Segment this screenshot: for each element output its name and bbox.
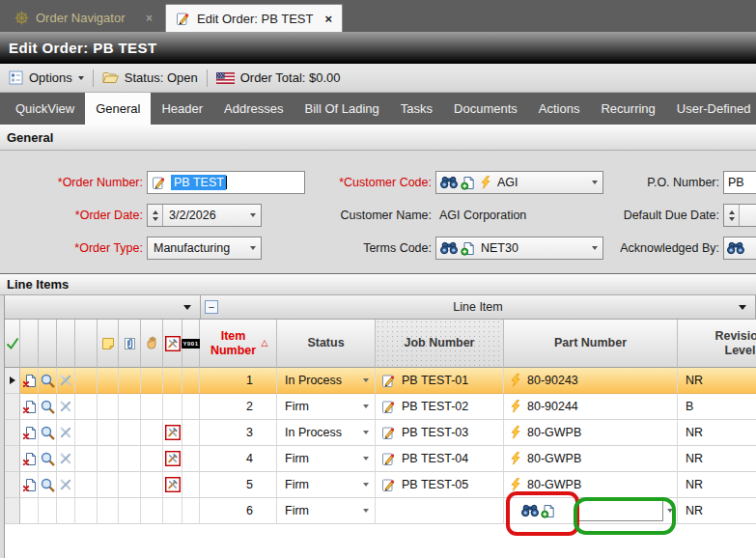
attachment-cell[interactable] <box>119 446 141 472</box>
binoculars-icon[interactable] <box>727 241 744 255</box>
row-indicator[interactable] <box>5 368 20 394</box>
spinner-icon[interactable] <box>724 205 740 226</box>
chevron-down-icon[interactable] <box>361 457 371 460</box>
view-line-cell[interactable] <box>39 394 57 420</box>
column-header-view[interactable] <box>39 320 57 368</box>
tooling-cell[interactable] <box>163 394 182 420</box>
note-cell[interactable] <box>98 368 119 394</box>
delete-line-icon[interactable] <box>22 452 37 466</box>
chevron-down-icon[interactable] <box>183 305 191 310</box>
part-number-cell[interactable]: 80-GWPB <box>504 446 678 472</box>
revision-level-cell[interactable]: NR <box>678 368 756 394</box>
tab-recurring[interactable]: Recurring <box>590 93 665 125</box>
status-cell[interactable]: Firm <box>277 446 376 472</box>
chevron-down-icon[interactable] <box>245 213 261 217</box>
select-all-header[interactable] <box>5 320 20 368</box>
row-indicator[interactable] <box>5 394 20 420</box>
delete-line-cell[interactable] <box>20 472 39 498</box>
add-record-icon[interactable] <box>461 241 475 256</box>
chevron-down-icon[interactable] <box>587 181 602 184</box>
tab-general[interactable]: General <box>85 93 151 125</box>
attachment-cell[interactable] <box>119 498 141 524</box>
revision-level-cell[interactable]: NR <box>678 420 756 446</box>
chevron-down-icon[interactable] <box>587 246 602 250</box>
revision-level-cell[interactable]: NR <box>678 498 756 524</box>
order-date-picker[interactable]: 3/2/2026 <box>147 204 262 227</box>
attachment-cell[interactable] <box>119 472 141 498</box>
note-cell[interactable] <box>98 498 119 524</box>
view-line-cell[interactable] <box>39 498 57 524</box>
status-cell[interactable]: Firm <box>277 472 376 498</box>
default-due-date-picker[interactable] <box>723 204 756 227</box>
terms-code-select[interactable]: NET30 <box>435 237 603 260</box>
tools-red-icon[interactable] <box>165 451 181 466</box>
column-header-tool-badge[interactable]: Y001 <box>182 320 200 368</box>
part-number-cell[interactable] <box>504 498 678 524</box>
row-indicator[interactable] <box>5 446 20 472</box>
row-indicator[interactable] <box>5 498 20 524</box>
tab-tasks[interactable]: Tasks <box>390 93 443 125</box>
tab-bill-of-lading[interactable]: Bill Of Lading <box>294 93 390 125</box>
part-number-cell[interactable]: 80-90244 <box>504 394 678 420</box>
tab-addresses[interactable]: Addresses <box>213 93 294 125</box>
part-number-cell[interactable]: 80-GWPB <box>504 420 678 446</box>
tools-line-cell[interactable] <box>57 446 75 472</box>
delete-line-cell[interactable] <box>20 394 39 420</box>
hold-cell[interactable] <box>141 394 163 420</box>
close-icon[interactable]: × <box>324 12 332 26</box>
view-line-cell[interactable] <box>39 472 57 498</box>
band-line-item-group[interactable]: − Line Item <box>201 295 756 320</box>
delete-line-icon[interactable] <box>22 400 37 414</box>
item-number-cell[interactable]: 4 <box>200 446 277 472</box>
chevron-down-icon[interactable] <box>245 246 261 250</box>
status-cell[interactable]: In Process <box>277 420 376 446</box>
magnifier-icon[interactable] <box>41 374 55 388</box>
attachment-cell[interactable] <box>119 420 141 446</box>
delete-line-icon[interactable] <box>22 478 37 492</box>
tooling-cell[interactable] <box>163 498 182 524</box>
part-number-cell[interactable]: 80-90243 <box>504 368 678 394</box>
hold-cell[interactable] <box>141 420 163 446</box>
column-header-tools[interactable] <box>57 320 75 368</box>
job-number-cell[interactable]: PB TEST-04 <box>376 446 504 472</box>
acknowledged-by-select[interactable] <box>723 237 756 260</box>
tab-user-defined[interactable]: User-Defined <box>666 93 756 125</box>
order-type-select[interactable]: Manufacturing <box>147 237 262 260</box>
chevron-down-icon[interactable] <box>665 509 675 513</box>
tooling-cell[interactable] <box>163 472 182 498</box>
binoculars-icon[interactable] <box>521 504 539 517</box>
band-icons-group[interactable] <box>5 295 201 320</box>
status-cell[interactable]: Firm <box>277 498 376 524</box>
delete-line-cell[interactable] <box>20 368 39 394</box>
magnifier-icon[interactable] <box>41 478 55 492</box>
column-header-tooling[interactable] <box>163 320 182 368</box>
tools-red-icon[interactable] <box>165 477 181 492</box>
item-number-cell[interactable]: 6 <box>200 498 277 524</box>
job-number-cell[interactable]: PB TEST-05 <box>376 472 504 498</box>
tools-line-cell[interactable] <box>57 368 75 394</box>
hold-cell[interactable] <box>141 368 163 394</box>
job-number-cell[interactable]: PB TEST-03 <box>376 420 504 446</box>
note-cell[interactable] <box>98 472 119 498</box>
hold-cell[interactable] <box>141 446 163 472</box>
chevron-down-icon[interactable] <box>361 483 371 487</box>
delete-line-cell[interactable] <box>20 498 39 524</box>
column-header-revision-level[interactable]: Revision Level <box>678 320 756 368</box>
tooling-cell[interactable] <box>163 420 182 446</box>
delete-line-icon[interactable] <box>22 426 37 440</box>
customer-code-select[interactable]: AGI <box>435 171 603 194</box>
item-number-cell[interactable]: 1 <box>200 368 277 394</box>
tab-quickview[interactable]: QuickView <box>5 93 85 125</box>
column-header-hold[interactable] <box>141 320 163 368</box>
tab-order-navigator[interactable]: Order Navigator × <box>5 4 162 32</box>
delete-line-cell[interactable] <box>20 446 39 472</box>
item-number-cell[interactable]: 2 <box>200 394 277 420</box>
attachment-cell[interactable] <box>119 368 141 394</box>
tooling-cell[interactable] <box>163 446 182 472</box>
edit-pencil-icon[interactable] <box>381 426 396 440</box>
note-cell[interactable] <box>98 394 119 420</box>
magnifier-icon[interactable] <box>41 426 55 440</box>
column-header-item-number[interactable]: Item Number△ <box>200 320 277 368</box>
column-header-status[interactable]: Status <box>277 320 376 368</box>
attachment-cell[interactable] <box>119 394 141 420</box>
